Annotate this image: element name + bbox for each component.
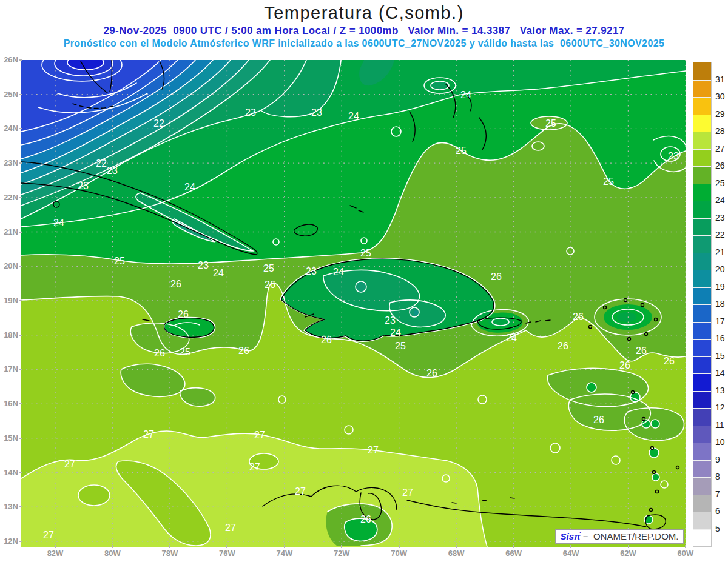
lat-tick-mark — [19, 94, 22, 95]
colorbar-cell — [693, 477, 711, 495]
lat-tick-label: 15N — [0, 433, 18, 443]
page-title: Temperatura (C,somb.) — [0, 3, 728, 23]
contour-label: 26 — [170, 279, 181, 289]
colorbar — [693, 62, 711, 546]
watermark-separator: − — [581, 531, 593, 541]
contour-label: 23 — [306, 266, 317, 276]
colorbar-tick-label: 31 — [715, 75, 728, 84]
colorbar-tick-label: 26 — [715, 161, 728, 170]
lat-tick-mark — [19, 59, 22, 61]
colorbar-tick-label: 18 — [715, 299, 728, 309]
contour-label: 24 — [213, 268, 224, 278]
colorbar-tick-label: 10 — [715, 437, 728, 447]
lon-tick-label: 76W — [214, 549, 240, 558]
contour-label: 27 — [225, 523, 236, 533]
contour-label: 26 — [636, 346, 647, 356]
lat-tick-mark — [19, 438, 22, 439]
lon-tick-label: 82W — [42, 549, 69, 558]
colorbar-tick-label: 29 — [715, 109, 728, 119]
colorbar-cell — [693, 443, 711, 460]
lon-tick-mark — [284, 545, 285, 548]
lon-tick-mark — [628, 545, 629, 548]
colorbar-cell — [693, 339, 711, 356]
colorbar-tick-label: 6 — [715, 506, 728, 516]
colorbar-cell — [693, 253, 711, 270]
contour-label: 25 — [114, 256, 125, 266]
lat-tick-mark — [19, 403, 22, 404]
contour-label: 27 — [254, 430, 265, 440]
contour-label: 25 — [603, 176, 614, 187]
colorbar-cell — [693, 132, 711, 149]
lat-tick-mark — [19, 335, 22, 336]
colorbar-cell — [693, 184, 711, 201]
lon-tick-mark — [112, 545, 113, 548]
contour-label: 27 — [143, 429, 154, 440]
contour-label: 26 — [619, 360, 630, 370]
colorbar-cell — [693, 235, 711, 253]
temperature-map: 2222232324242323242425252523232425262526… — [21, 60, 686, 547]
colorbar-cell — [693, 97, 711, 115]
colorbar-tick-label: 22 — [715, 230, 728, 239]
contour-label: 26 — [238, 346, 249, 356]
contour-label: 24 — [184, 182, 195, 192]
colorbar-tick-label: 24 — [715, 195, 728, 205]
contour-label: 22 — [153, 118, 164, 129]
colorbar-cell — [693, 201, 711, 218]
contour-label: 26 — [664, 356, 675, 366]
lat-tick-label: 26N — [0, 55, 18, 64]
lat-tick-label: 21N — [0, 227, 18, 236]
contour-label: 26 — [426, 368, 437, 378]
colorbar-tick-label: 15 — [715, 351, 728, 361]
contour-label: 26 — [321, 335, 332, 345]
lon-tick-label: 66W — [500, 549, 527, 558]
lat-tick-mark — [19, 472, 22, 473]
colorbar-cell — [693, 529, 711, 547]
colorbar-tick-label: 7 — [715, 489, 728, 499]
colorbar-cell — [693, 115, 711, 132]
contour-label: 27 — [402, 487, 413, 498]
colorbar-cell — [693, 408, 711, 426]
lon-tick-mark — [399, 545, 400, 548]
contour-label: 26 — [593, 415, 604, 425]
contour-label: 24 — [390, 327, 401, 338]
lon-tick-label: 78W — [157, 549, 183, 558]
colorbar-cell — [693, 460, 711, 478]
lat-tick-label: 18N — [0, 330, 18, 340]
lat-tick-mark — [19, 266, 22, 267]
lat-tick-mark — [19, 232, 22, 233]
colorbar-tick-label: 30 — [715, 92, 728, 101]
colorbar-cell — [693, 373, 711, 391]
lon-tick-label: 60W — [672, 549, 699, 558]
lon-tick-label: 64W — [558, 549, 584, 558]
colorbar-cell — [693, 287, 711, 305]
contour-label: 27 — [249, 462, 260, 472]
contour-label: 23 — [385, 315, 396, 326]
contour-label: 24 — [348, 111, 359, 121]
colorbar-cell — [693, 495, 711, 512]
temperature-shading — [21, 60, 686, 547]
contour-label: 26 — [178, 309, 189, 319]
colorbar-tick-label: 5 — [715, 524, 728, 534]
colorbar-tick-label: 14 — [715, 368, 728, 378]
colorbar-tick-label: 25 — [715, 178, 728, 188]
lat-tick-mark — [19, 300, 22, 301]
lat-tick-mark — [19, 369, 22, 370]
lat-tick-mark — [19, 162, 22, 164]
contour-label: 23 — [107, 166, 118, 176]
lat-tick-label: 24N — [0, 124, 18, 133]
contour-label: 26 — [154, 348, 165, 358]
lat-tick-mark — [19, 128, 22, 129]
contour-label: 24 — [506, 333, 517, 343]
colorbar-tick-label: 20 — [715, 264, 728, 274]
colorbar-tick-label: 9 — [715, 455, 728, 464]
lon-tick-mark — [341, 545, 342, 548]
contour-label: 23 — [245, 107, 256, 118]
colorbar-cell — [693, 391, 711, 409]
contour-label: 25 — [395, 341, 406, 351]
contour-label: 25 — [263, 263, 274, 273]
contour-label: 24 — [333, 267, 344, 277]
contour-label: 27 — [368, 445, 379, 455]
colorbar-tick-label: 21 — [715, 247, 728, 257]
lat-tick-label: 20N — [0, 261, 18, 270]
contour-label: 22 — [96, 158, 107, 169]
